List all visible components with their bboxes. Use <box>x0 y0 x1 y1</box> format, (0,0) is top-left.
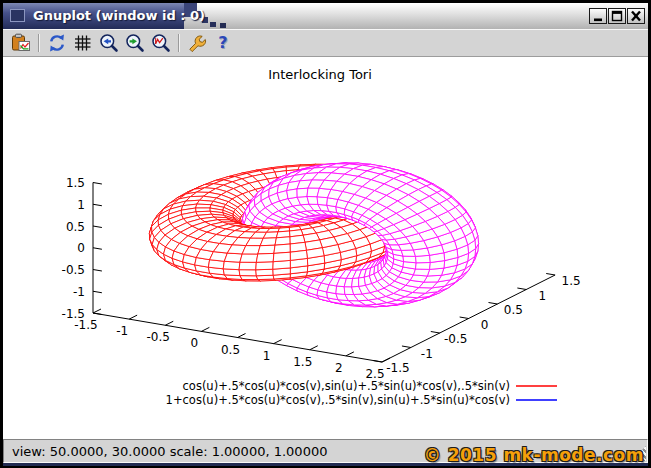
svg-text:-0.5: -0.5 <box>62 263 85 277</box>
close-button[interactable] <box>627 8 645 24</box>
toolbar: ? ? <box>3 29 648 57</box>
title-bar[interactable]: Gnuplot (window id : 0) <box>3 3 648 29</box>
window-title: Gnuplot (window id : 0) <box>33 3 205 28</box>
svg-text:1: 1 <box>263 349 271 363</box>
window-menu-icon[interactable] <box>10 9 25 22</box>
svg-text:1.5: 1.5 <box>562 274 581 288</box>
svg-text:Interlocking Tori: Interlocking Tori <box>268 67 372 82</box>
zoom-autoscale-icon <box>151 33 171 53</box>
svg-text:0: 0 <box>481 318 489 332</box>
plot-title: Interlocking Tori <box>268 67 372 82</box>
plot-area[interactable]: -1.5-1-0.500.511.522.5-1.5-1-0.500.511.5… <box>3 57 648 439</box>
svg-text:0: 0 <box>77 241 85 255</box>
gnuplot-window-frame: Gnuplot (window id : 0) <box>0 0 651 468</box>
svg-text:0: 0 <box>191 336 199 350</box>
toolbar-separator <box>38 34 40 52</box>
refresh-icon <box>47 33 67 53</box>
close-icon <box>628 9 644 23</box>
toolbar-separator <box>178 34 180 52</box>
status-text: view: 50.0000, 30.0000 scale: 1.00000, 1… <box>12 444 327 459</box>
copy-to-clipboard-button[interactable] <box>8 31 34 55</box>
zoom-previous-icon <box>99 33 119 53</box>
plot-canvas[interactable]: -1.5-1-0.500.511.522.5-1.5-1-0.500.511.5… <box>3 57 648 439</box>
question-mark-icon: ? ? <box>213 33 233 53</box>
svg-text:-1: -1 <box>421 347 433 361</box>
svg-text:cos(u)+.5*cos(u)*cos(v),sin(u): cos(u)+.5*cos(u)*cos(v),sin(u)+.5*sin(u)… <box>183 379 510 393</box>
clipboard-chart-icon <box>11 33 31 53</box>
minimize-icon <box>590 9 606 23</box>
svg-text:0.5: 0.5 <box>66 220 85 234</box>
grid-icon <box>73 33 93 53</box>
svg-text:1: 1 <box>77 198 85 212</box>
svg-text:-1: -1 <box>116 324 128 338</box>
window-controls <box>589 8 645 24</box>
svg-text:-0.5: -0.5 <box>147 330 170 344</box>
gnuplot-window: Gnuplot (window id : 0) <box>3 3 648 465</box>
minimize-button[interactable] <box>589 8 607 24</box>
svg-text:1.5: 1.5 <box>293 355 312 369</box>
watermark: © 2015 mk-mode.com <box>424 445 644 465</box>
maximize-button[interactable] <box>608 8 626 24</box>
svg-text:1+cos(u)+.5*cos(u)*cos(v),.5*s: 1+cos(u)+.5*cos(u)*cos(v),.5*sin(v),sin(… <box>166 393 510 407</box>
maximize-icon <box>609 9 625 23</box>
svg-text:-0.5: -0.5 <box>444 332 467 346</box>
autoscale-button[interactable] <box>148 31 174 55</box>
svg-text:2: 2 <box>335 361 343 375</box>
help-button[interactable]: ? ? <box>210 31 236 55</box>
svg-text:1.5: 1.5 <box>66 176 85 190</box>
svg-text:-1: -1 <box>73 285 85 299</box>
wrench-icon <box>187 33 207 53</box>
surfaces-group <box>149 163 478 307</box>
zoom-next-icon <box>125 33 145 53</box>
svg-text:-1.5: -1.5 <box>386 361 409 375</box>
options-button[interactable] <box>184 31 210 55</box>
replot-button[interactable] <box>44 31 70 55</box>
svg-text:?: ? <box>218 33 227 52</box>
svg-text:-1.5: -1.5 <box>62 307 85 321</box>
toggle-grid-button[interactable] <box>70 31 96 55</box>
legend-group: cos(u)+.5*cos(u)*cos(v),sin(u)+.5*sin(u)… <box>166 379 557 407</box>
svg-text:1: 1 <box>538 289 546 303</box>
next-zoom-button[interactable] <box>122 31 148 55</box>
svg-text:0.5: 0.5 <box>504 303 523 317</box>
previous-zoom-button[interactable] <box>96 31 122 55</box>
svg-text:0.5: 0.5 <box>221 343 240 357</box>
